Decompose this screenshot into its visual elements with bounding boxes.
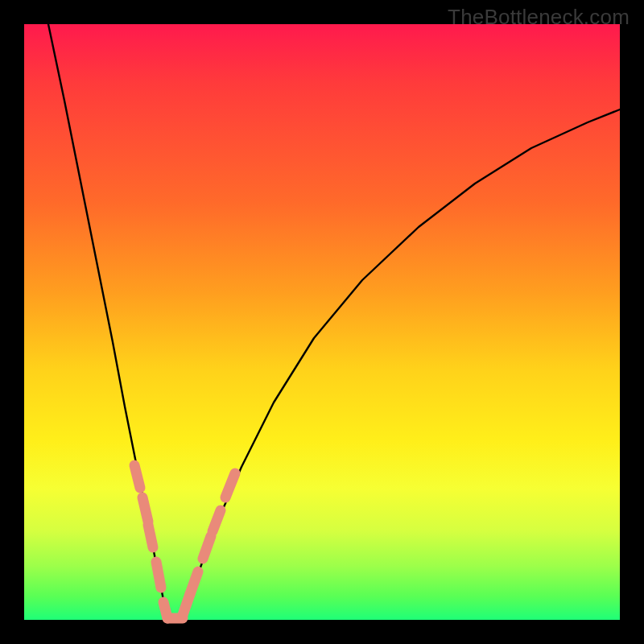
curve-layer bbox=[48, 24, 620, 618]
chart-svg bbox=[24, 24, 620, 620]
stage: TheBottleneck.com bbox=[0, 0, 644, 644]
highlight-segment bbox=[190, 572, 198, 594]
highlight-segment bbox=[134, 465, 140, 488]
highlight-segment bbox=[142, 497, 148, 522]
highlight-segment bbox=[213, 510, 221, 531]
highlight-segment bbox=[148, 525, 153, 547]
highlight-segment bbox=[203, 536, 211, 559]
highlight-segment bbox=[225, 473, 235, 497]
right-curve bbox=[181, 109, 620, 618]
plot-area bbox=[24, 24, 620, 620]
highlight-segments bbox=[134, 465, 235, 618]
highlight-segment bbox=[156, 562, 161, 588]
